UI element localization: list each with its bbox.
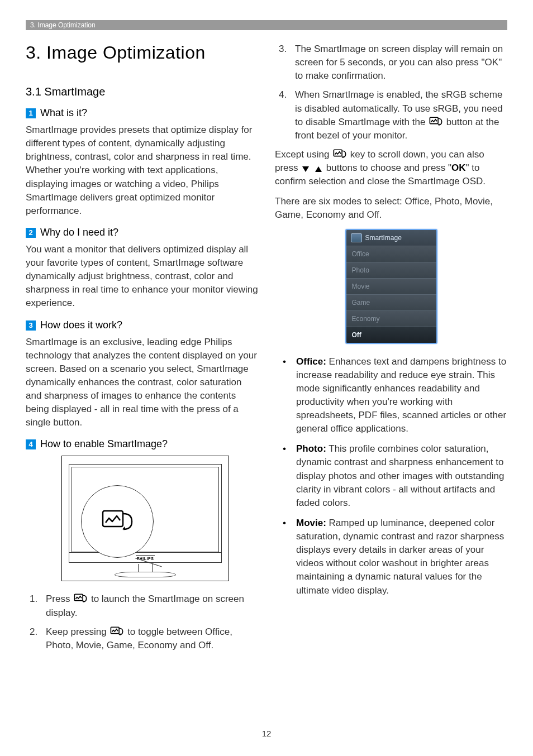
except-paragraph: Except using key to scroll down, you can…	[275, 148, 507, 188]
mode-movie-label: Movie:	[296, 518, 326, 528]
q3-heading: 3How does it work?	[26, 319, 258, 331]
osd-header: SmartImage	[346, 230, 436, 246]
left-column: 3. Image Optimization 3.1 SmartImage 1Wh…	[26, 42, 258, 658]
section-title: 3.1 SmartImage	[26, 85, 258, 98]
q2-body: You want a monitor that delivers optimiz…	[26, 243, 258, 310]
osd-item-office: Office	[346, 246, 436, 262]
monitor-illustration: PHILIPS	[61, 456, 229, 581]
osd-item-movie: Movie	[346, 278, 436, 294]
q2-title: Why do I need it?	[40, 227, 118, 238]
num-box-3: 3	[26, 320, 36, 331]
right-column: The SmartImage on screen display will re…	[275, 42, 507, 658]
osd-item-off: Off	[346, 327, 436, 343]
q1-title: What is it?	[40, 107, 87, 118]
mode-descriptions: Office: Enhances text and dampens bright…	[275, 355, 507, 597]
steps-list-left: Press to launch the SmartImage on screen…	[26, 592, 258, 652]
q3-title: How does it work?	[40, 319, 122, 331]
smartimage-icon	[429, 117, 442, 127]
q1-body: SmartImage provides presets that optimiz…	[26, 123, 258, 218]
q1-heading: 1What is it?	[26, 107, 258, 119]
chapter-title: 3. Image Optimization	[26, 42, 258, 63]
smartimage-icon	[74, 594, 87, 604]
mode-office: Office: Enhances text and dampens bright…	[283, 355, 507, 436]
step-2: Keep pressing to toggle between Office, …	[40, 625, 258, 652]
mode-office-label: Office:	[296, 356, 326, 367]
modes-intro: There are six modes to select: Office, P…	[275, 195, 507, 222]
mode-movie: Movie: Ramped up luminance, deepened col…	[283, 516, 507, 597]
q3-body: SmartImage is an exclusive, leading edge…	[26, 336, 258, 430]
step-1: Press to launch the SmartImage on screen…	[40, 592, 258, 619]
osd-item-economy: Economy	[346, 310, 436, 327]
page-number: 12	[262, 729, 272, 738]
mode-photo-label: Photo:	[296, 443, 326, 454]
q2-heading: 2Why do I need it?	[26, 227, 258, 238]
header-breadcrumb: 3. Image Optimization	[26, 20, 507, 30]
osd-item-photo: Photo	[346, 262, 436, 278]
svg-rect-0	[103, 511, 123, 527]
osd-item-game: Game	[346, 294, 436, 310]
q4-title: How to enable SmartImage?	[40, 438, 168, 449]
osd-title: SmartImage	[365, 234, 402, 242]
steps-list-right: The SmartImage on screen display will re…	[275, 42, 507, 142]
osd-header-icon	[351, 233, 362, 242]
q4-heading: 4How to enable SmartImage?	[26, 438, 258, 450]
down-triangle-icon	[302, 166, 310, 173]
mode-photo: Photo: This profile combines color satur…	[283, 442, 507, 510]
zoom-circle	[81, 485, 154, 558]
step-3: The SmartImage on screen display will re…	[289, 42, 507, 83]
num-box-1: 1	[26, 108, 36, 118]
ok-label: OK	[451, 162, 466, 173]
num-box-4: 4	[26, 439, 36, 449]
osd-menu: SmartImage Office Photo Movie Game Econo…	[345, 229, 437, 344]
smartimage-icon	[110, 626, 123, 637]
num-box-2: 2	[26, 228, 36, 238]
up-triangle-icon	[315, 166, 322, 173]
step-4: When SmartImage is enabled, the sRGB sch…	[289, 88, 507, 142]
smartimage-icon	[333, 149, 346, 159]
smartimage-button-icon	[101, 509, 134, 534]
